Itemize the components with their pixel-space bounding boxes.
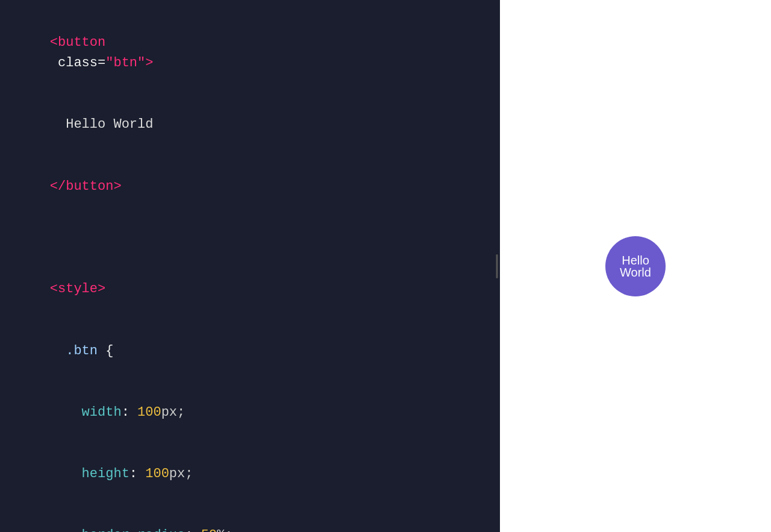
- preview-panel: HelloWorld: [500, 0, 771, 532]
- code-line-btn-selector: .btn {: [18, 320, 476, 381]
- hello-world-button[interactable]: HelloWorld: [605, 236, 666, 296]
- code-line-width: width: 100px;: [18, 382, 476, 443]
- code-line-button-open: <button class="btn">: [18, 12, 476, 94]
- code-line-height: height: 100px;: [18, 443, 476, 505]
- panel-divider: [494, 0, 500, 532]
- divider-handle[interactable]: [496, 254, 498, 278]
- code-line-button-close: </button>: [18, 156, 476, 217]
- code-line-border-radius: border-radius: 50%;: [18, 505, 476, 532]
- code-panel: <button class="btn"> Hello World </butto…: [0, 0, 494, 532]
- code-line-style-open: <style>: [18, 258, 476, 320]
- code-line-blank2: [18, 238, 476, 258]
- code-line-blank1: [18, 217, 476, 238]
- code-line-hello-world: Hello World: [18, 94, 476, 155]
